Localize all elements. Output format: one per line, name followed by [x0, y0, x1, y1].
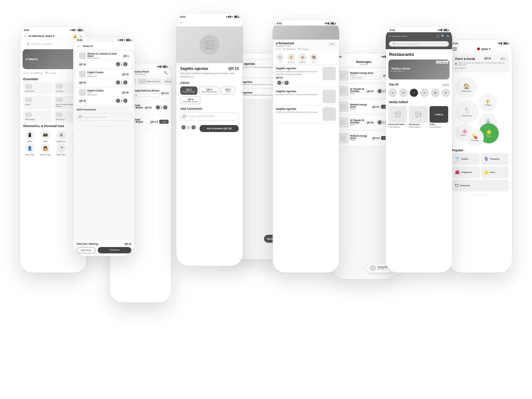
- qty-ctrl-1[interactable]: − 1 +: [115, 62, 129, 67]
- svg-point-4: [207, 43, 209, 44]
- filter-barbq[interactable]: 🔥 Bar B. Q: [287, 54, 296, 63]
- qty-minus-1[interactable]: −: [116, 62, 120, 66]
- banner-title-1: Al Meera: [25, 58, 38, 61]
- qty-minus-2[interactable]: −: [116, 80, 120, 84]
- qty-plus-grocery-2[interactable]: +: [163, 105, 167, 109]
- comment-input[interactable]: 💬 Feugiat ac pretium neque: [76, 113, 131, 121]
- cat-fastfood[interactable]: Fast food: [23, 82, 53, 94]
- qty-plus-3[interactable]: +: [123, 99, 127, 103]
- qatar-flag-dot: [477, 48, 480, 50]
- back-button-4[interactable]: ←: [180, 20, 184, 25]
- chip-chips[interactable]: Chips & Snacks: [137, 78, 162, 85]
- chip-biscuits[interactable]: Biscuits: [164, 78, 171, 85]
- add-comments-label: Add Comments: [76, 108, 131, 111]
- info-button[interactable]: Info: [329, 42, 336, 46]
- status-bar-8: 9:41: [386, 27, 452, 32]
- restaurant-rating-row: ★3.7 ⏱ 60-80 Min 📍 1.3 miles: [276, 47, 336, 50]
- logo-sweetr[interactable]: SR: [431, 88, 440, 97]
- bev-qty-val-4: 1: [383, 121, 384, 124]
- svg-rect-5: [341, 73, 345, 77]
- search-icon-3[interactable]: 🔍: [163, 70, 168, 75]
- pop-item-clothes[interactable]: 👕 Clothes: [452, 153, 480, 165]
- logo-b[interactable]: B: [442, 88, 450, 97]
- top30-view-all[interactable]: view all: [442, 83, 449, 85]
- back-button-1[interactable]: ←: [23, 34, 27, 38]
- comment-placeholder-detail: Feugiat ac pretium neque: [188, 115, 214, 117]
- cat-appliances[interactable]: 🖥 Appliances: [54, 130, 68, 142]
- cat-mobile[interactable]: 📱 Mobile: [23, 130, 37, 142]
- qty-plus-1[interactable]: +: [123, 62, 127, 66]
- logo-caika[interactable]: C: [410, 88, 418, 97]
- new-rest-3[interactable]: CAIKA Caika Free delivery: [430, 106, 448, 128]
- hamburger-menu[interactable]: [452, 47, 458, 51]
- rest-search-bar[interactable]: 🔍 Search for restaurant: [389, 41, 449, 47]
- nav-location-1: Al Hilal East, Doha ▾: [29, 35, 71, 38]
- scroll-indicator-2: [97, 126, 111, 127]
- qty-ctrl-2[interactable]: − 1 +: [115, 80, 129, 85]
- logo-aroma[interactable]: A: [388, 88, 397, 97]
- menu-qty-ctrl-1[interactable]: − 1 +: [276, 80, 290, 85]
- bubble-almeera[interactable]: 🌾 Al Meera: [479, 93, 497, 112]
- phone-restaurant-detail: 9:41 a Restaurant Pakistani, Arabic Info…: [273, 20, 339, 273]
- menu-qty-plus-1[interactable]: +: [285, 81, 289, 85]
- cat-mens[interactable]: 👤 Mens Care: [23, 144, 37, 156]
- menu-item-img-1: [323, 67, 336, 80]
- svg-point-13: [417, 113, 418, 114]
- menu-item-2: Sagittis egestas Non porta vestibulum fe…: [273, 88, 339, 105]
- menu-item-name-1: Sagittis egestas: [276, 67, 321, 70]
- rest-menu-icon[interactable]: ≡: [447, 34, 449, 38]
- time-label-1: 60-80 min: [34, 72, 43, 74]
- qty-minus-grocery-2[interactable]: −: [156, 105, 160, 109]
- bev-sub-5: 500ml: [350, 139, 370, 141]
- qty-val-3: 1: [121, 100, 122, 102]
- addon-7up[interactable]: QR 0 7 UP: [221, 86, 235, 95]
- filter-con[interactable]: 🥘 Con: [309, 54, 319, 63]
- pop-item-pharamcy[interactable]: ⚕️ Pharamcy: [481, 153, 509, 165]
- menu-qty-minus-1[interactable]: −: [277, 81, 281, 85]
- qty-plus-2[interactable]: +: [123, 80, 127, 84]
- bubble-pharmacy[interactable]: 💊 Pharmacy: [466, 128, 484, 147]
- logo-chickenk[interactable]: CK: [399, 88, 408, 97]
- comment-input-detail[interactable]: 💬 Feugiat ac pretium neque: [180, 112, 239, 120]
- add-to-basket-button[interactable]: Add to Basket (QR 25): [200, 125, 239, 132]
- addon-hot-source-2[interactable]: QR 0 Extra Hot Source: [180, 96, 201, 104]
- qty-plus-detail[interactable]: +: [192, 125, 196, 129]
- qty-ctrl-grocery-2[interactable]: − 2 +: [155, 105, 169, 110]
- pop-item-fragrances[interactable]: 🌺 Fragrances: [452, 166, 480, 178]
- product-detail-image: [176, 27, 243, 63]
- poori-karak-card[interactable]: Poori & Karak QR 45 R... Villa # 8, Zone…: [452, 54, 509, 72]
- cat-beverages[interactable]: Beverages: [23, 110, 53, 122]
- bev-qty-minus-4[interactable]: −: [378, 120, 382, 124]
- pop-item-protection[interactable]: 🛡 Protection: [452, 180, 509, 192]
- rest-search-icon-header[interactable]: 🔍: [441, 34, 445, 38]
- cat-baby[interactable]: 🍼 Baby Care: [54, 144, 68, 156]
- filter-all[interactable]: 🍽 le: [275, 54, 285, 63]
- addon-hot-source-1[interactable]: QR 0 Extra Hot Source: [199, 86, 219, 95]
- cat-women[interactable]: 👩 Women Care: [38, 144, 53, 156]
- add-button-3[interactable]: + Add: [159, 120, 169, 124]
- filter-mughlai[interactable]: 🍖 Mughlai: [298, 54, 307, 63]
- pop-item-stars[interactable]: 🌟 Stars: [481, 166, 509, 178]
- restaurants-banner: Todays menu & react Next S Free Delivery: [388, 60, 450, 79]
- qty-val-2: 1: [121, 81, 122, 84]
- new-rest-2[interactable]: Restaurant Free delivery: [409, 106, 428, 128]
- cat-tablet[interactable]: 📟 Tablet: [38, 130, 53, 142]
- bev-qty-minus-2[interactable]: −: [378, 89, 382, 93]
- add-more-button[interactable]: Add More: [76, 247, 96, 253]
- new-rest-1[interactable]: Restaurant Name Free delivery: [388, 106, 407, 128]
- qty-ctrl-3[interactable]: − 1 +: [115, 98, 129, 103]
- checkout-button[interactable]: Checkout: [98, 247, 131, 253]
- status-bar-6: 9:41: [273, 20, 339, 26]
- back-button-2[interactable]: ←: [76, 44, 80, 48]
- qty-minus-3[interactable]: −: [116, 99, 120, 103]
- qty-ctrl-detail[interactable]: − 1 +: [180, 125, 197, 130]
- cat-diary[interactable]: Diary: [23, 95, 53, 109]
- qty-minus-detail[interactable]: −: [182, 125, 186, 129]
- rest-bookmark-icon[interactable]: □: [437, 34, 439, 38]
- bubble-restaurants[interactable]: 🍴 Restuarants: [456, 100, 479, 123]
- bubble-rafeeq[interactable]: 🏠 Rafeeq Mart: [456, 77, 477, 98]
- menu-item-1: Sagittis egestas Non porta vestibulum fe…: [273, 65, 339, 88]
- addon-extra-cheese[interactable]: QR 2 Extra Cheese: [180, 86, 198, 95]
- logo-garageb[interactable]: G: [420, 88, 429, 97]
- qty-val-detail: 1: [187, 126, 191, 129]
